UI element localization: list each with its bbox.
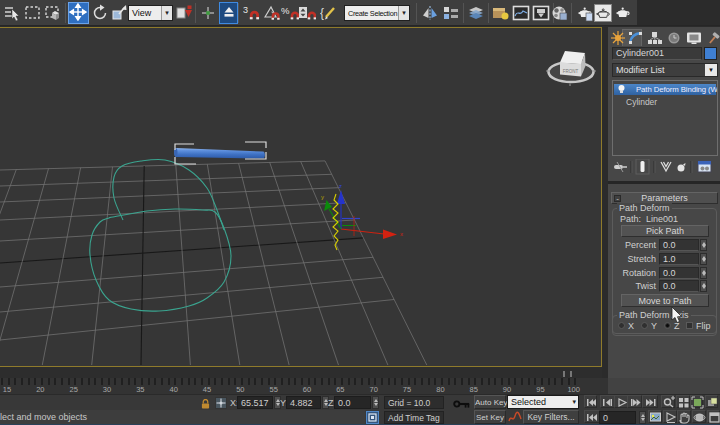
svg-text:{: { (320, 6, 324, 20)
svg-text:%: % (281, 5, 290, 16)
svg-text:y: y (321, 194, 324, 200)
svg-text:3: 3 (243, 5, 248, 15)
svg-text:z: z (339, 183, 342, 189)
svg-text:FRONT: FRONT (563, 69, 579, 74)
svg-text:x: x (400, 231, 403, 237)
